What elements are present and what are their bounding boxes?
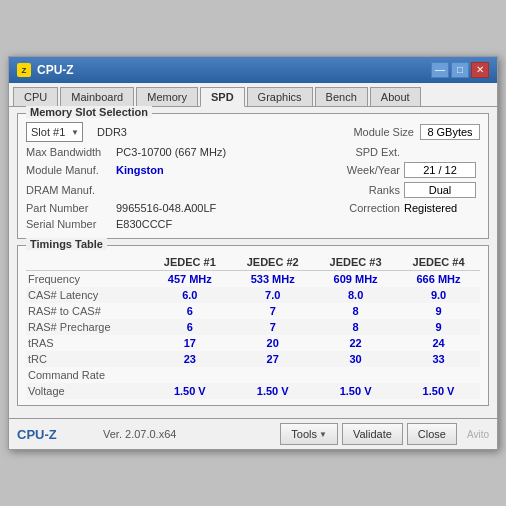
- maximize-button[interactable]: □: [451, 62, 469, 78]
- timing-cell: 7: [231, 319, 314, 335]
- serial-number-label: Serial Number: [26, 216, 116, 232]
- timings-row: Voltage1.50 V1.50 V1.50 V1.50 V: [26, 383, 480, 399]
- tab-cpu[interactable]: CPU: [13, 87, 58, 106]
- dram-manuf-row: DRAM Manuf. Ranks Dual: [26, 180, 480, 200]
- timings-row: CAS# Latency6.07.08.09.0: [26, 287, 480, 303]
- timing-cell: 8: [314, 319, 397, 335]
- col-jedec1: JEDEC #1: [148, 254, 231, 271]
- tab-about[interactable]: About: [370, 87, 421, 106]
- module-size-label: Module Size: [353, 126, 414, 138]
- timing-row-label: Command Rate: [26, 367, 148, 383]
- timing-cell: 17: [148, 335, 231, 351]
- serial-number-row: Serial Number E830CCCF: [26, 216, 480, 232]
- part-number-label: Part Number: [26, 200, 116, 216]
- title-bar: Z CPU-Z — □ ✕: [9, 57, 497, 83]
- ddr-type: DDR3: [97, 126, 127, 138]
- timing-cell: 9: [397, 319, 480, 335]
- title-controls: — □ ✕: [431, 62, 489, 78]
- col-header-label: [26, 254, 148, 271]
- timing-cell: 533 MHz: [231, 271, 314, 288]
- close-status-button[interactable]: Close: [407, 423, 457, 445]
- timings-row: tRAS17202224: [26, 335, 480, 351]
- ranks-label: Ranks: [320, 180, 400, 200]
- tab-mainboard[interactable]: Mainboard: [60, 87, 134, 106]
- correction-value: Registered: [400, 200, 480, 216]
- app-icon: Z: [17, 63, 31, 77]
- dram-manuf-value: [116, 180, 320, 200]
- timing-cell: 1.50 V: [231, 383, 314, 399]
- module-manuf-value: Kingston: [116, 160, 320, 180]
- timings-table: JEDEC #1 JEDEC #2 JEDEC #3 JEDEC #4 Freq…: [26, 254, 480, 399]
- tab-memory[interactable]: Memory: [136, 87, 198, 106]
- timing-row-label: RAS# to CAS#: [26, 303, 148, 319]
- tools-dropdown-arrow: ▼: [319, 430, 327, 439]
- timings-row: RAS# Precharge6789: [26, 319, 480, 335]
- status-buttons: Tools ▼ Validate Close: [280, 423, 457, 445]
- slot-info-table: Max Bandwidth PC3-10700 (667 MHz) SPD Ex…: [26, 144, 480, 232]
- slot-select-input[interactable]: Slot #1 Slot #2: [31, 126, 80, 138]
- timing-cell: 6.0: [148, 287, 231, 303]
- tab-bar: CPU Mainboard Memory SPD Graphics Bench …: [9, 83, 497, 107]
- validate-button[interactable]: Validate: [342, 423, 403, 445]
- spd-ext-value: [400, 144, 480, 160]
- tools-button[interactable]: Tools ▼: [280, 423, 338, 445]
- timing-cell: 23: [148, 351, 231, 367]
- timing-cell: 24: [397, 335, 480, 351]
- timing-cell: 1.50 V: [397, 383, 480, 399]
- slot-header-row: Slot #1 Slot #2 DDR3 Module Size 8 GByte…: [26, 118, 480, 144]
- timing-row-label: tRC: [26, 351, 148, 367]
- status-brand: CPU-Z: [17, 427, 97, 442]
- timing-cell: 33: [397, 351, 480, 367]
- title-bar-left: Z CPU-Z: [17, 63, 74, 77]
- minimize-button[interactable]: —: [431, 62, 449, 78]
- timing-row-label: tRAS: [26, 335, 148, 351]
- timings-row: RAS# to CAS#6789: [26, 303, 480, 319]
- timing-cell: 457 MHz: [148, 271, 231, 288]
- module-manuf-label: Module Manuf.: [26, 160, 116, 180]
- tab-bench[interactable]: Bench: [315, 87, 368, 106]
- week-year-box: 21 / 12: [404, 162, 476, 178]
- correction-label: Correction: [320, 200, 400, 216]
- dram-manuf-label: DRAM Manuf.: [26, 180, 116, 200]
- timings-group: Timings Table JEDEC #1 JEDEC #2 JEDEC #3…: [17, 245, 489, 406]
- col-jedec4: JEDEC #4: [397, 254, 480, 271]
- timing-cell: 7.0: [231, 287, 314, 303]
- window-title: CPU-Z: [37, 63, 74, 77]
- timings-header-row: JEDEC #1 JEDEC #2 JEDEC #3 JEDEC #4: [26, 254, 480, 271]
- timing-cell: 6: [148, 303, 231, 319]
- registered-label: [320, 216, 400, 232]
- status-version: Ver. 2.07.0.x64: [103, 428, 176, 440]
- timing-cell: [397, 367, 480, 383]
- timing-cell: 9.0: [397, 287, 480, 303]
- timing-cell: 30: [314, 351, 397, 367]
- timing-cell: [148, 367, 231, 383]
- part-number-row: Part Number 9965516-048.A00LF Correction…: [26, 200, 480, 216]
- timing-cell: 20: [231, 335, 314, 351]
- timings-row: Command Rate: [26, 367, 480, 383]
- max-bw-row: Max Bandwidth PC3-10700 (667 MHz) SPD Ex…: [26, 144, 480, 160]
- week-year-label: Week/Year: [320, 160, 400, 180]
- close-button[interactable]: ✕: [471, 62, 489, 78]
- slot-selector[interactable]: Slot #1 Slot #2: [26, 122, 83, 142]
- timing-cell: 22: [314, 335, 397, 351]
- timings-group-title: Timings Table: [26, 238, 107, 250]
- status-bar: CPU-Z Ver. 2.07.0.x64 Tools ▼ Validate C…: [9, 418, 497, 449]
- timings-row: Frequency457 MHz533 MHz609 MHz666 MHz: [26, 271, 480, 288]
- week-year-value: 21 / 12: [400, 160, 480, 180]
- timings-row: tRC23273033: [26, 351, 480, 367]
- tab-spd[interactable]: SPD: [200, 87, 245, 107]
- timing-row-label: CAS# Latency: [26, 287, 148, 303]
- module-size-value: 8 GBytes: [420, 124, 480, 140]
- timing-cell: 27: [231, 351, 314, 367]
- max-bw-label: Max Bandwidth: [26, 144, 116, 160]
- main-window: Z CPU-Z — □ ✕ CPU Mainboard Memory SPD G…: [8, 56, 498, 450]
- tab-graphics[interactable]: Graphics: [247, 87, 313, 106]
- memory-slot-group: Memory Slot Selection Slot #1 Slot #2 DD…: [17, 113, 489, 239]
- module-manuf-row: Module Manuf. Kingston Week/Year 21 / 12: [26, 160, 480, 180]
- spd-ext-label: SPD Ext.: [320, 144, 400, 160]
- content-area: Memory Slot Selection Slot #1 Slot #2 DD…: [9, 107, 497, 418]
- timing-cell: 1.50 V: [314, 383, 397, 399]
- timing-row-label: Frequency: [26, 271, 148, 288]
- timing-cell: 666 MHz: [397, 271, 480, 288]
- timing-row-label: RAS# Precharge: [26, 319, 148, 335]
